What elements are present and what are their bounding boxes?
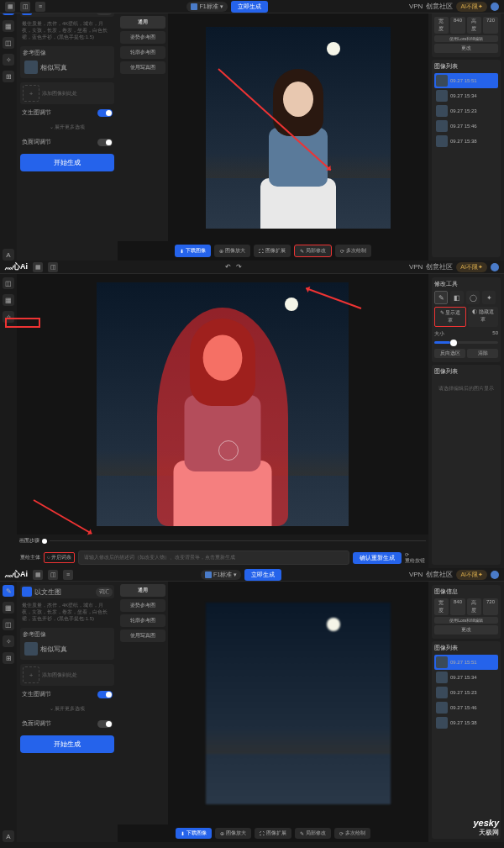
edit-button[interactable]: ✎ 局部修改 [294, 245, 332, 257]
nav-icon[interactable]: ⊞ [3, 652, 14, 664]
quick-gen-button[interactable]: 立即生成 [244, 569, 281, 581]
model-selector[interactable]: F1标准▾ [186, 2, 227, 12]
editing-image[interactable] [97, 282, 349, 526]
list-item[interactable]: 09.27 15:46 [434, 700, 498, 715]
add-image-button[interactable]: + [23, 666, 39, 683]
model-selector[interactable]: F1标准▾ [201, 570, 241, 580]
top-icon[interactable]: ▦ [33, 570, 43, 580]
top-icon[interactable]: ◫ [48, 262, 58, 272]
upscale-button[interactable]: ⊕ 图像放大 [215, 828, 251, 839]
nav-font-icon[interactable]: A [3, 830, 14, 842]
vpn-label[interactable]: VPN [409, 571, 423, 578]
top-icon[interactable]: ▦ [5, 2, 15, 12]
extend-button[interactable]: ⛶ 图像扩展 [255, 828, 291, 839]
generated-image[interactable] [206, 27, 391, 229]
extend-button[interactable]: ⛶ 图像扩展 [254, 245, 291, 257]
upscale-button[interactable]: ⊕ 图像放大 [214, 245, 250, 257]
nav-icon[interactable]: ✧ [3, 635, 14, 647]
nav-icon[interactable]: ▦ [3, 294, 14, 306]
nav-icon[interactable]: ▦ [3, 20, 14, 32]
vpn-label[interactable]: VPN [409, 3, 423, 10]
negative-toggle[interactable] [97, 720, 113, 728]
vocab-badge[interactable]: 词汇 [96, 587, 113, 597]
show-mask-button[interactable]: ✎ 显示遮罩 [434, 307, 466, 327]
vip-badge[interactable]: AI不限✦ [456, 570, 487, 580]
eraser-tool-icon[interactable]: ◧ [450, 291, 464, 304]
negative-toggle[interactable] [97, 139, 113, 146]
redo-icon[interactable]: ↷ [236, 263, 242, 271]
nav-icon[interactable]: ◫ [3, 37, 14, 49]
user-avatar[interactable] [491, 3, 499, 11]
download-button[interactable]: ⬇ 下载图像 [175, 245, 211, 257]
community-link[interactable]: 创意社区 [426, 262, 453, 271]
generate-button[interactable]: 开始生成 [20, 735, 114, 753]
invert-button[interactable]: 反向选区 [434, 349, 465, 358]
ctrl-tab-pose[interactable]: 姿势参考图 [120, 599, 165, 612]
generate-button[interactable]: 开始生成 [20, 154, 114, 171]
prompt-input[interactable]: 请输入修改后的描述词（如改变人物）、改变背景等，点击重新生成 [78, 550, 349, 565]
ref-image-row[interactable]: 相似写真 [23, 640, 112, 657]
nav-icon[interactable]: ⊞ [3, 71, 14, 82]
vip-badge[interactable]: AI不限✦ [456, 262, 487, 272]
ctrl-tab-outline[interactable]: 轮廓参考图 [120, 46, 165, 59]
prompt-text[interactable]: 最佳质量，杰作，4K壁纸，城市，月夜，女孩，长发，卷发，坐着，白色长裙，蓝色开衫… [20, 19, 114, 42]
variation-button[interactable]: ⟳ 多次绘制 [334, 828, 370, 839]
add-image-button[interactable]: + [23, 85, 39, 102]
user-avatar[interactable] [491, 571, 499, 579]
vpn-label[interactable]: VPN [409, 263, 423, 271]
ctrl-tab-general[interactable]: 通用 [120, 16, 165, 29]
community-link[interactable]: 创意社区 [426, 2, 453, 11]
list-item[interactable]: 09.27 15:34 [434, 88, 498, 103]
user-avatar[interactable] [491, 263, 499, 271]
ctrl-tab-general[interactable]: 通用 [120, 584, 165, 597]
nav-font-icon[interactable]: A [3, 249, 14, 261]
undo-icon[interactable]: ↶ [225, 263, 231, 271]
list-item[interactable]: 09.27 15:51 [434, 655, 498, 670]
download-button[interactable]: ⬇ 下载图像 [176, 828, 212, 839]
ctrl-tab-outline[interactable]: 轮廓参考图 [120, 614, 165, 627]
ctrl-tab-portrait[interactable]: 使用写真图 [120, 61, 165, 74]
nav-icon[interactable]: ◫ [3, 277, 14, 289]
clear-button[interactable]: 清除 [467, 349, 498, 358]
nav-text2img-icon[interactable]: ✎ [3, 585, 14, 597]
ctrl-tab-portrait[interactable]: 使用写真图 [120, 629, 165, 642]
list-item[interactable]: 09.27 15:23 [434, 103, 498, 119]
change-button[interactable]: 更改 [434, 44, 498, 53]
ctrl-tab-pose[interactable]: 姿势参考图 [120, 31, 165, 44]
prompt-opt-toggle[interactable] [97, 691, 113, 698]
quick-gen-button[interactable]: 立即生成 [231, 1, 268, 13]
hide-mask-button[interactable]: ◐ 隐藏遮罩 [468, 307, 498, 327]
edit-button[interactable]: ✎ 局部修改 [295, 828, 331, 839]
reset-button[interactable]: ⟳重绘按钮 [405, 551, 425, 565]
regenerate-button[interactable]: 确认重新生成 [353, 552, 402, 564]
expand-more[interactable]: ⌄ 展开更多选项 [20, 703, 114, 715]
nav-icon[interactable]: ▦ [3, 602, 14, 614]
change-button[interactable]: 更改 [434, 625, 498, 635]
top-icon[interactable]: ≡ [63, 570, 73, 580]
community-link[interactable]: 创意社区 [426, 570, 453, 579]
top-icon[interactable]: ◫ [20, 2, 30, 12]
top-icon[interactable]: ▦ [33, 262, 43, 272]
nav-icon[interactable]: ◫ [3, 619, 14, 630]
list-item[interactable]: 09.27 15:34 [434, 670, 498, 685]
list-item[interactable]: 09.27 15:23 [434, 685, 498, 700]
brush-tool-icon[interactable]: ✎ [434, 291, 448, 304]
variation-button[interactable]: ⟳ 多次绘制 [335, 245, 371, 257]
history-step[interactable] [42, 539, 47, 544]
result-image[interactable] [206, 603, 391, 804]
wand-tool-icon[interactable]: ✦ [482, 291, 496, 304]
list-item[interactable]: 09.27 15:46 [434, 119, 498, 134]
top-icon[interactable]: ◫ [48, 570, 58, 580]
expand-more[interactable]: ⌄ 展开更多选项 [20, 121, 114, 134]
ref-image-row[interactable]: 相似写真 [23, 59, 112, 76]
list-item[interactable]: 09.27 15:38 [434, 134, 498, 149]
nav-icon[interactable]: ✧ [3, 54, 14, 66]
list-item[interactable]: 09.27 15:38 [434, 715, 498, 730]
brush-size-slider[interactable] [434, 341, 498, 344]
vip-badge[interactable]: AI不限✦ [456, 2, 487, 12]
checkbox-label[interactable]: ○ 开启词条 [44, 552, 75, 563]
lasso-tool-icon[interactable]: ◯ [466, 291, 480, 304]
prompt-text[interactable]: 最佳质量，杰作，4K壁纸，城市，月夜，女孩，长发，卷发，坐着，白色长裙，蓝色开衫… [20, 601, 114, 624]
prompt-opt-toggle[interactable] [97, 109, 113, 117]
list-item[interactable]: 09.27 15:51 [434, 73, 498, 88]
